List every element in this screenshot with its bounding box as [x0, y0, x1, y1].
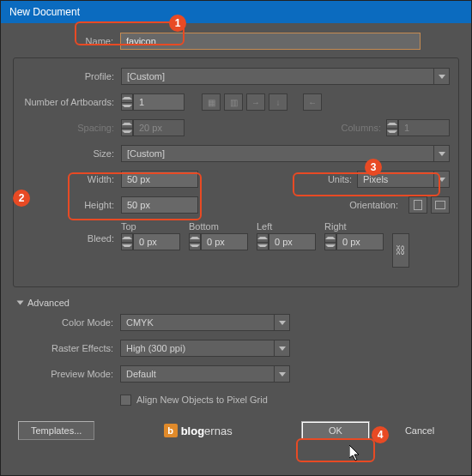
arrow-up-icon: [387, 123, 397, 125]
columns-label: Columns:: [342, 123, 386, 133]
templates-button[interactable]: Templates...: [18, 421, 94, 440]
size-dropdown-btn[interactable]: [434, 145, 450, 162]
arrow-down-icon: [122, 105, 132, 107]
arrow-down-icon: [190, 244, 200, 247]
spacing-label: Spacing:: [14, 123, 121, 133]
grid-by-col-btn[interactable]: ▥: [224, 93, 243, 111]
callout-box-4: [296, 438, 375, 462]
portrait-icon: [414, 200, 422, 210]
width-label: Width:: [14, 174, 121, 184]
disclosure-triangle-icon: [17, 301, 24, 305]
brand-logo: b blogernas: [164, 424, 233, 437]
raster-dropdown-btn[interactable]: [275, 340, 290, 357]
units-dropdown-btn[interactable]: [434, 171, 450, 188]
artboards-spinner[interactable]: [121, 93, 133, 111]
height-label: Height:: [14, 200, 121, 210]
preview-label: Preview Mode:: [13, 369, 120, 379]
raster-label: Raster Effects:: [13, 343, 120, 353]
advanced-toggle[interactable]: Advanced: [18, 298, 459, 308]
columns-input: 1: [398, 119, 450, 136]
bleed-left-input[interactable]: 0 px: [269, 233, 316, 250]
chevron-down-icon: [439, 152, 445, 156]
orientation-label: Orientation:: [349, 200, 403, 210]
align-grid-label: Align New Objects to Pixel Grid: [136, 395, 268, 405]
grid-by-row-btn[interactable]: ▦: [202, 93, 221, 111]
units-label: Units:: [328, 174, 357, 184]
bleed-right-label: Right: [324, 221, 384, 232]
units-dropdown[interactable]: Pixels: [357, 171, 434, 188]
arrange-row-btn[interactable]: →: [246, 93, 265, 111]
color-mode-dropdown-btn[interactable]: [275, 314, 290, 331]
bleed-link-btn[interactable]: ⛓: [392, 233, 409, 268]
bleed-bottom-spinner[interactable]: [189, 233, 201, 250]
arrow-down-icon: [122, 130, 132, 133]
size-dropdown[interactable]: [Custom]: [121, 145, 434, 162]
bleed-left-label: Left: [257, 221, 316, 232]
artboards-input[interactable]: 1: [133, 93, 185, 111]
orientation-landscape-btn[interactable]: [431, 196, 450, 214]
chevron-down-icon: [439, 178, 445, 182]
chevron-down-icon: [279, 372, 286, 377]
arrow-up-icon: [122, 123, 132, 125]
arrange-col-btn[interactable]: ↓: [269, 93, 287, 111]
arrow-down-icon: [325, 244, 336, 247]
bleed-top-spinner[interactable]: [121, 233, 133, 250]
ok-button[interactable]: OK: [301, 421, 370, 440]
arrow-up-icon: [257, 237, 268, 239]
bleed-left-spinner[interactable]: [257, 233, 269, 250]
bleed-bottom-label: Bottom: [189, 221, 248, 232]
link-icon: ⛓: [396, 244, 406, 256]
arrow-down-icon: [387, 130, 397, 133]
bleed-bottom-input[interactable]: 0 px: [201, 233, 248, 250]
arrow-down-icon: [122, 244, 132, 247]
bleed-top-label: Top: [121, 221, 180, 232]
artboards-label: Number of Artboards:: [14, 97, 121, 107]
width-input[interactable]: 50 px: [121, 171, 198, 188]
height-input[interactable]: 50 px: [121, 196, 198, 214]
orientation-portrait-btn[interactable]: [408, 196, 427, 214]
chevron-down-icon: [279, 321, 286, 325]
advanced-label: Advanced: [27, 298, 70, 308]
brand-icon: b: [164, 424, 178, 437]
profile-dropdown-btn[interactable]: [434, 68, 450, 85]
cursor-icon: [349, 445, 361, 462]
arrow-up-icon: [190, 237, 200, 239]
arrange-rtl-btn[interactable]: ←: [303, 93, 322, 111]
name-input[interactable]: [120, 33, 421, 50]
arrow-up-icon: [122, 237, 132, 239]
profile-label: Profile:: [14, 71, 121, 81]
bleed-right-input[interactable]: 0 px: [336, 233, 384, 250]
color-mode-dropdown[interactable]: CMYK: [120, 314, 275, 331]
window-title: New Document: [9, 6, 80, 18]
spacing-spinner: [121, 119, 133, 136]
color-mode-label: Color Mode:: [13, 317, 120, 328]
arrow-down-icon: [257, 244, 268, 247]
title-bar: New Document: [1, 1, 471, 23]
align-grid-checkbox[interactable]: [120, 395, 131, 406]
preview-dropdown-btn[interactable]: [275, 365, 290, 383]
landscape-icon: [435, 201, 445, 209]
raster-dropdown[interactable]: High (300 ppi): [120, 340, 275, 357]
columns-spinner: [386, 119, 398, 136]
chevron-down-icon: [439, 75, 445, 79]
bleed-top-input[interactable]: 0 px: [133, 233, 180, 250]
cancel-button[interactable]: Cancel: [385, 421, 454, 440]
bleed-label: Bleed:: [14, 221, 121, 244]
name-label: Name:: [13, 36, 120, 46]
arrow-up-icon: [122, 97, 132, 99]
chevron-down-icon: [279, 346, 286, 351]
profile-dropdown[interactable]: [Custom]: [121, 68, 434, 85]
spacing-input: 20 px: [133, 119, 185, 136]
size-label: Size:: [14, 148, 121, 159]
preview-dropdown[interactable]: Default: [120, 365, 275, 383]
arrow-up-icon: [325, 237, 336, 239]
bleed-right-spinner[interactable]: [324, 233, 336, 250]
